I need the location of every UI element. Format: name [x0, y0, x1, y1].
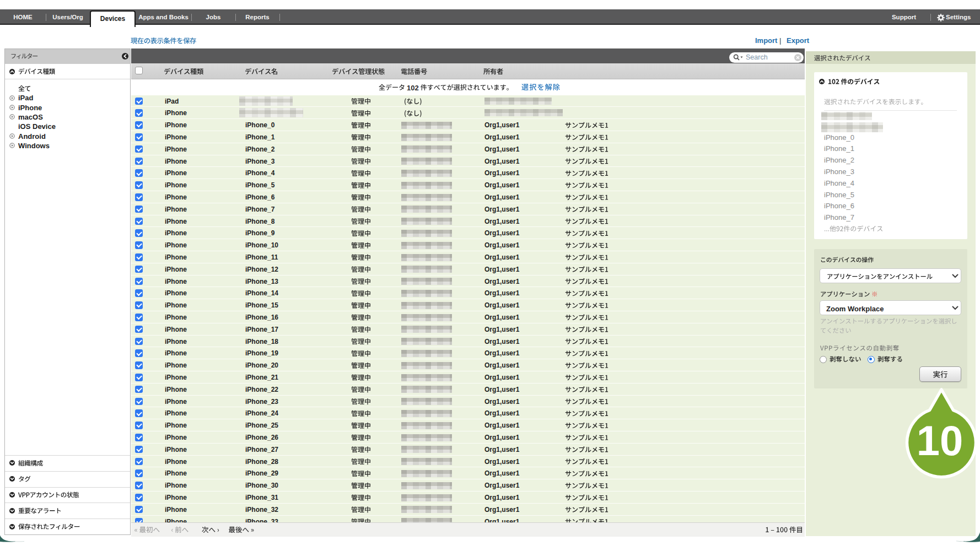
svg-text:10: 10	[917, 417, 963, 464]
